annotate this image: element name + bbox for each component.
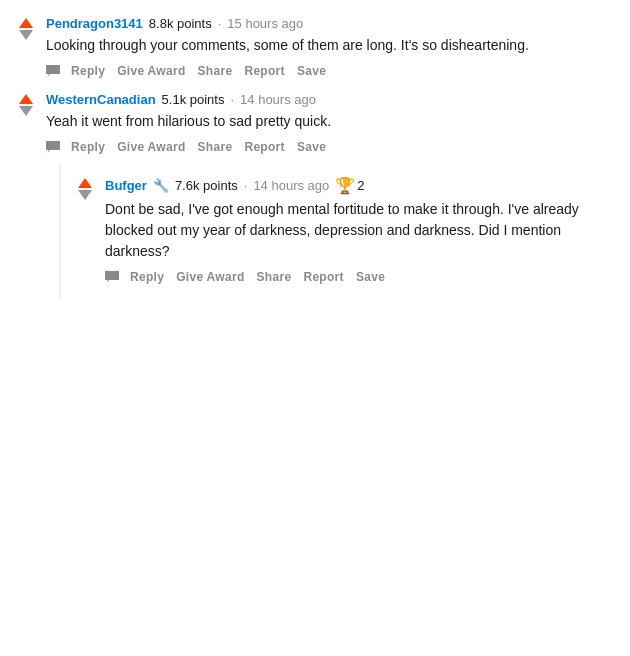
comment-1: Pendragon3141 8.8k points · 15 hours ago… — [12, 16, 618, 80]
downvote-button-1[interactable] — [19, 30, 33, 40]
comment-thread: Pendragon3141 8.8k points · 15 hours ago… — [12, 16, 618, 310]
comment-body-3: Bufger 🔧 7.6k points · 14 hours ago 🏆 2 — [99, 176, 618, 286]
points-1: 8.8k points — [149, 16, 212, 31]
vote-column-3 — [71, 176, 99, 286]
report-button-1[interactable]: Report — [240, 62, 288, 80]
comment-icon-3 — [105, 271, 119, 283]
comment-text-1: Looking through your comments, some of t… — [46, 35, 618, 56]
save-button-2[interactable]: Save — [293, 138, 330, 156]
give-award-button-3[interactable]: Give Award — [172, 268, 248, 286]
time-1: 15 hours ago — [227, 16, 303, 31]
vote-column-2 — [12, 92, 40, 298]
comment-2: WesternCanadian 5.1k points · 14 hours a… — [12, 92, 618, 298]
points-3: 7.6k points — [175, 178, 238, 193]
sep-3: · — [244, 178, 248, 193]
points-2: 5.1k points — [162, 92, 225, 107]
share-button-1[interactable]: Share — [194, 62, 237, 80]
sep-2: · — [230, 92, 234, 107]
give-award-button-2[interactable]: Give Award — [113, 138, 189, 156]
sep-1: · — [218, 16, 222, 31]
report-button-3[interactable]: Report — [299, 268, 347, 286]
save-button-1[interactable]: Save — [293, 62, 330, 80]
award-badge-3: 🏆 2 — [335, 176, 364, 195]
reply-button-1[interactable]: Reply — [67, 62, 109, 80]
comment-3: Bufger 🔧 7.6k points · 14 hours ago 🏆 2 — [71, 176, 618, 286]
downvote-button-3[interactable] — [78, 190, 92, 200]
comment-text-3: Dont be sad, I've got enough mental fort… — [105, 199, 618, 262]
comment-text-2: Yeah it went from hilarious to sad prett… — [46, 111, 618, 132]
share-button-3[interactable]: Share — [253, 268, 296, 286]
vote-column-1 — [12, 16, 40, 80]
reply-thread-container: Bufger 🔧 7.6k points · 14 hours ago 🏆 2 — [46, 164, 618, 298]
give-award-button-1[interactable]: Give Award — [113, 62, 189, 80]
action-bar-3: Reply Give Award Share Report Save — [105, 268, 618, 286]
comment-meta-3: Bufger 🔧 7.6k points · 14 hours ago 🏆 2 — [105, 176, 618, 195]
action-bar-2: Reply Give Award Share Report Save — [46, 138, 618, 156]
save-button-3[interactable]: Save — [352, 268, 389, 286]
award-count-3: 2 — [357, 178, 364, 193]
username-3[interactable]: Bufger — [105, 178, 147, 193]
upvote-button-1[interactable] — [19, 18, 33, 28]
comment-meta-2: WesternCanadian 5.1k points · 14 hours a… — [46, 92, 618, 107]
thread-line — [59, 164, 61, 298]
comment-meta-1: Pendragon3141 8.8k points · 15 hours ago — [46, 16, 618, 31]
comment-icon-1 — [46, 65, 60, 77]
comment-icon-2 — [46, 141, 60, 153]
share-button-2[interactable]: Share — [194, 138, 237, 156]
time-2: 14 hours ago — [240, 92, 316, 107]
comment-body-2: WesternCanadian 5.1k points · 14 hours a… — [40, 92, 618, 298]
wrench-icon: 🔧 — [153, 178, 169, 193]
nested-comment-container: Bufger 🔧 7.6k points · 14 hours ago 🏆 2 — [71, 176, 618, 298]
report-button-2[interactable]: Report — [240, 138, 288, 156]
upvote-button-2[interactable] — [19, 94, 33, 104]
award-star-icon: 🏆 — [335, 176, 355, 195]
time-3: 14 hours ago — [253, 178, 329, 193]
upvote-button-3[interactable] — [78, 178, 92, 188]
username-1[interactable]: Pendragon3141 — [46, 16, 143, 31]
comment-body-1: Pendragon3141 8.8k points · 15 hours ago… — [40, 16, 618, 80]
downvote-button-2[interactable] — [19, 106, 33, 116]
reply-button-2[interactable]: Reply — [67, 138, 109, 156]
reply-button-3[interactable]: Reply — [126, 268, 168, 286]
action-bar-1: Reply Give Award Share Report Save — [46, 62, 618, 80]
username-2[interactable]: WesternCanadian — [46, 92, 156, 107]
